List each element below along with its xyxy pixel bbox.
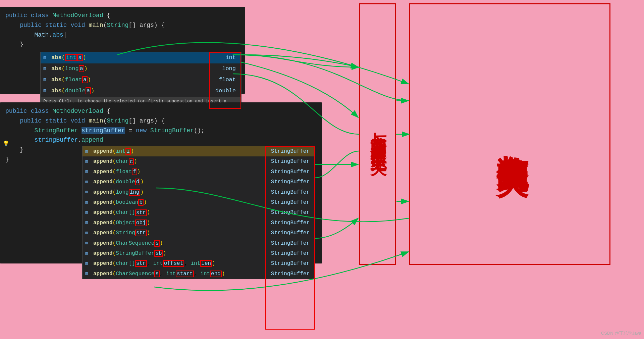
- ac-item-append-charseq[interactable]: m append(CharSequence s) StringBuffer: [83, 238, 315, 248]
- method-icon: m: [85, 260, 91, 268]
- code-line-b2: public static void main(String[] args) {: [5, 116, 317, 126]
- ac-item-abs-long[interactable]: m abs(long a) long: [41, 63, 241, 75]
- return-type-annotation: 与方法的返回值类型无关: [359, 3, 396, 265]
- method-icon: m: [85, 158, 91, 165]
- ac-item-append-chararray-offset[interactable]: m append(char[] str, int offset, int len…: [83, 258, 315, 269]
- method-icon: m: [85, 270, 91, 278]
- method-icon: m: [85, 219, 91, 227]
- method-icon: m: [85, 229, 91, 237]
- code-line-2: public static void main(String[] args) {: [5, 20, 239, 30]
- ac-item-append-boolean[interactable]: m append(boolean b) StringBuffer: [83, 197, 315, 207]
- ac-item-append-chararray[interactable]: m append(char[] str) StringBuffer: [83, 207, 315, 217]
- watermark: CSDN @丁总学Java: [601, 330, 641, 336]
- ac-item-append-long[interactable]: m append(long lng) StringBuffer: [83, 187, 315, 197]
- ac-item-append-charseq-range[interactable]: m append(CharSequence s, int start, int …: [83, 269, 315, 279]
- hint-icon: 💡: [3, 140, 9, 149]
- ac-item-append-string[interactable]: m append(String str) StringBuffer: [83, 228, 315, 238]
- ac-item-append-float[interactable]: m append(float f) StringBuffer: [83, 167, 315, 177]
- method-icon: m: [85, 239, 91, 247]
- method-icon: m: [43, 65, 49, 73]
- return-type-label: 与方法的返回值类型无关: [369, 119, 386, 149]
- method-icon: m: [43, 87, 49, 95]
- code-line-b1: public class MethodOverload {: [5, 106, 317, 116]
- code-line-1: public class MethodOverload {: [5, 11, 239, 20]
- code-line-b3: StringBuffer stringBuffer = new StringBu…: [5, 126, 317, 136]
- ac-item-abs-int[interactable]: m abs(int a) int: [41, 52, 241, 63]
- method-icon: m: [85, 250, 91, 257]
- code-line-3: Math.abs|: [5, 30, 239, 40]
- ac-item-append-object[interactable]: m append(Object obj) StringBuffer: [83, 218, 315, 228]
- ac-item-append-int[interactable]: m append(int i) StringBuffer: [83, 146, 315, 156]
- ac-item-abs-float[interactable]: m abs(float a) float: [41, 75, 241, 86]
- ac-item-append-double[interactable]: m append(double d) StringBuffer: [83, 177, 315, 187]
- method-icon: m: [85, 199, 91, 206]
- method-icon: m: [43, 54, 49, 62]
- ac-item-abs-double[interactable]: m abs(double a) double: [41, 86, 241, 97]
- method-icon: m: [85, 168, 91, 176]
- method-icon: m: [85, 209, 91, 216]
- bottom-autocomplete: m append(int i) StringBuffer m append(ch…: [82, 146, 315, 279]
- code-line-4: }: [5, 40, 239, 49]
- method-icon: m: [85, 188, 91, 196]
- arrow-top-return: [233, 55, 359, 67]
- ac-item-append-stringbuffer[interactable]: m append(StringBuffer sb) StringBuffer: [83, 248, 315, 258]
- code-line-b4: stringBuffer.append: [5, 135, 317, 145]
- ac-item-append-char[interactable]: m append(char c) StringBuffer: [83, 156, 315, 166]
- param-name-annotation: 与参数的名称无关: [409, 3, 610, 265]
- method-icon: m: [85, 178, 91, 186]
- method-icon: m: [43, 76, 49, 84]
- method-icon: m: [85, 148, 91, 155]
- param-name-label: 与参数的名称无关: [494, 129, 526, 140]
